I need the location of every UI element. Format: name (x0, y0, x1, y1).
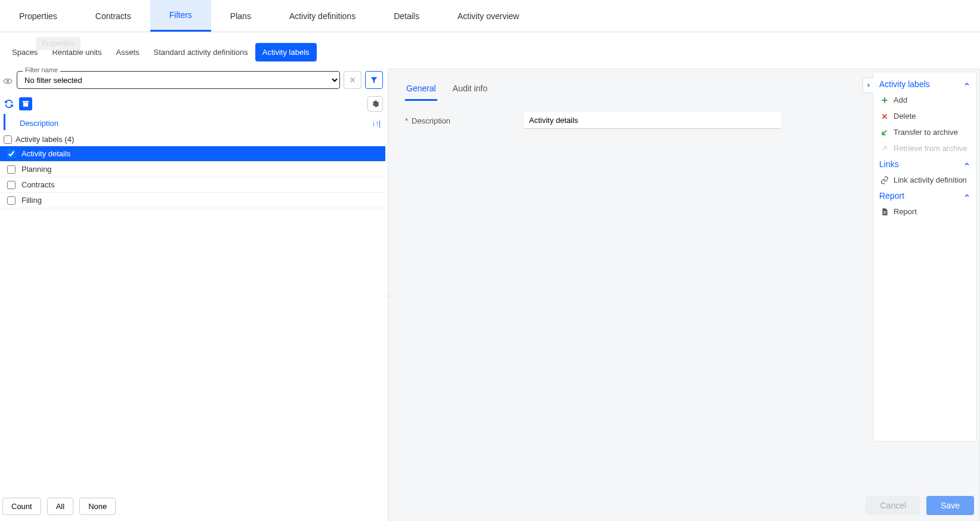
footer-left: Count All None (2, 498, 116, 515)
all-button[interactable]: All (47, 498, 73, 515)
subtab-rentable-units[interactable]: Rentable units (45, 43, 109, 61)
tree-item-activity-details[interactable]: Activity details (0, 146, 385, 162)
ap-section-label: Report (879, 191, 904, 201)
ap-section-label: Activity labels (879, 79, 930, 89)
filter-label: Filter name (23, 66, 60, 73)
ap-retrieve-archive: Retrieve from archive (879, 142, 970, 155)
tree-item-planning[interactable]: Planning (0, 162, 385, 177)
tree-list: Activity labels (4) Activity details Pla… (0, 130, 385, 211)
subtab-std-activity-defs[interactable]: Standard activity definitions (147, 43, 255, 61)
count-button[interactable]: Count (2, 498, 41, 515)
sub-tabs: Properties Spaces Rentable units Assets … (0, 32, 980, 69)
item-label: Planning (21, 165, 52, 174)
refresh-button[interactable] (2, 97, 16, 110)
item-checkbox[interactable] (7, 150, 16, 158)
detail-area: General Audit info * Description (388, 69, 873, 521)
apply-filter-button[interactable] (365, 71, 383, 89)
sort-icon[interactable]: ↓↑| (372, 119, 381, 128)
document-icon (880, 208, 889, 216)
group-checkbox[interactable] (4, 135, 12, 144)
arrow-up-right-icon (880, 144, 889, 153)
tree-group[interactable]: Activity labels (4) (0, 132, 385, 146)
detail-tab-general[interactable]: General (405, 80, 437, 101)
clear-filter-button[interactable] (344, 71, 361, 89)
tab-activity-definitions[interactable]: Activity definitions (270, 0, 375, 32)
ap-delete[interactable]: Delete (879, 110, 970, 122)
action-panel: Activity labels Add Delete Transfer to a… (873, 72, 977, 442)
tab-contracts[interactable]: Contracts (76, 0, 150, 32)
filter-bar: Filter name No filter selected (0, 69, 385, 94)
ap-transfer-label: Transfer to archive (894, 128, 958, 137)
chevron-up-icon (963, 81, 970, 88)
description-label-wrap: * Description (405, 116, 512, 125)
tab-filters[interactable]: Filters (150, 0, 211, 32)
plus-icon (880, 96, 889, 104)
filter-select-wrapper: Filter name No filter selected (17, 71, 340, 89)
arrow-down-left-icon (880, 128, 889, 137)
ap-add-label: Add (894, 95, 907, 104)
cancel-button[interactable]: Cancel (865, 496, 920, 515)
ap-link-label: Link activity definition (894, 175, 967, 184)
none-button[interactable]: None (79, 498, 116, 515)
tab-plans[interactable]: Plans (211, 0, 270, 32)
tree-item-filling[interactable]: Filling (0, 193, 385, 208)
tree-item-contracts[interactable]: Contracts (0, 177, 385, 193)
ap-delete-label: Delete (894, 112, 916, 121)
subtab-activity-labels[interactable]: Activity labels (255, 43, 317, 61)
column-header-label: Description (20, 119, 58, 128)
ap-report-label: Report (894, 207, 917, 216)
tab-details[interactable]: Details (375, 0, 438, 32)
archive-toggle-button[interactable] (19, 97, 32, 110)
ap-section-label: Links (879, 159, 899, 169)
item-label: Contracts (21, 180, 55, 189)
description-input[interactable] (524, 112, 781, 129)
ap-link-activity-def[interactable]: Link activity definition (879, 174, 970, 186)
top-tabs: Properties Contracts Filters Plans Activ… (0, 0, 980, 32)
detail-tabs: General Audit info (405, 80, 856, 101)
ap-section-report[interactable]: Report (879, 190, 970, 202)
item-checkbox[interactable] (7, 181, 16, 189)
item-checkbox[interactable] (7, 165, 16, 174)
save-button[interactable]: Save (926, 496, 974, 515)
description-label: Description (412, 116, 450, 125)
svg-rect-14 (883, 213, 886, 214)
link-icon (880, 176, 889, 184)
filter-select[interactable]: No filter selected (17, 71, 340, 89)
main-area: Filter name No filter selected (0, 69, 980, 521)
tab-activity-overview[interactable]: Activity overview (438, 0, 538, 32)
right-pane: ⋮ General Audit info * Description Activ… (388, 69, 980, 521)
detail-tab-audit[interactable]: Audit info (452, 80, 489, 101)
column-header[interactable]: Description ↓↑| (4, 114, 385, 130)
group-label: Activity labels (4) (16, 135, 74, 144)
list-toolbar (0, 94, 385, 114)
footer-right: Cancel Save (865, 496, 974, 515)
ap-section-activity-labels[interactable]: Activity labels (879, 78, 970, 90)
ap-section-links[interactable]: Links (879, 158, 970, 170)
svg-rect-13 (883, 212, 886, 212)
required-asterisk: * (405, 116, 408, 125)
tab-properties[interactable]: Properties (0, 0, 76, 32)
settings-button[interactable] (367, 96, 383, 112)
visibility-toggle-icon[interactable] (2, 76, 13, 84)
item-checkbox[interactable] (7, 196, 16, 205)
expand-sidebar-button[interactable] (862, 78, 873, 93)
ap-transfer-archive[interactable]: Transfer to archive (879, 126, 970, 138)
close-icon (880, 112, 889, 121)
svg-point-1 (7, 81, 9, 82)
chevron-up-icon (963, 192, 970, 199)
svg-line-11 (883, 146, 887, 150)
form-row-description: * Description (405, 112, 856, 129)
svg-rect-5 (23, 103, 28, 106)
ap-retrieve-label: Retrieve from archive (894, 144, 967, 153)
svg-line-10 (883, 130, 887, 134)
ap-report[interactable]: Report (879, 205, 970, 218)
left-pane: Filter name No filter selected (0, 69, 388, 521)
item-label: Filling (21, 196, 42, 205)
svg-rect-4 (23, 101, 29, 102)
chevron-up-icon (963, 161, 970, 168)
ap-add[interactable]: Add (879, 94, 970, 106)
subtab-assets[interactable]: Assets (109, 43, 147, 61)
subtab-spaces[interactable]: Spaces (5, 43, 45, 61)
svg-rect-12 (883, 211, 886, 211)
item-label: Activity details (21, 149, 70, 158)
